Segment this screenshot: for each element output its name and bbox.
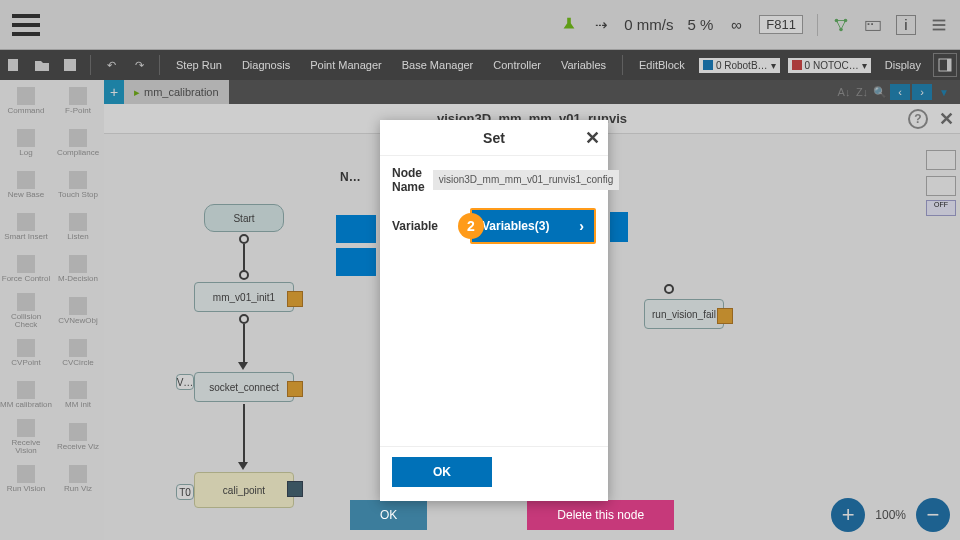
tool-touchstop[interactable]: Touch Stop bbox=[52, 164, 104, 206]
tool-cvpoint[interactable]: CVPoint bbox=[0, 332, 52, 374]
tool-fpoint[interactable]: F-Point bbox=[52, 80, 104, 122]
tool-cvcircle[interactable]: CVCircle bbox=[52, 332, 104, 374]
robot-selector[interactable]: 0 RobotB…▾ bbox=[699, 58, 780, 73]
tool-command[interactable]: Command bbox=[0, 80, 52, 122]
variable-highlight: 2 Variables(3) › bbox=[470, 208, 596, 244]
menu-controller[interactable]: Controller bbox=[483, 59, 551, 71]
node-run-vision-fail[interactable]: run_vision_fail bbox=[644, 299, 724, 329]
menu-base-manager[interactable]: Base Manager bbox=[392, 59, 484, 71]
node-name-row: Node Name vision3D_mm_mm_v01_runvis1_con… bbox=[392, 166, 596, 194]
tool-newbase[interactable]: New Base bbox=[0, 164, 52, 206]
node-socket-connect[interactable]: socket_connect bbox=[194, 372, 294, 402]
variables-button[interactable]: Variables(3) › bbox=[472, 210, 594, 242]
link-icon: ∞ bbox=[727, 16, 745, 34]
robot-status-icon bbox=[560, 16, 578, 34]
top-status-bar: ⇢ 0 mm/s 5 % ∞ F811 i bbox=[0, 0, 960, 50]
svg-rect-9 bbox=[8, 59, 18, 71]
tab-mm-calibration[interactable]: ▸mm_calibration bbox=[124, 80, 229, 104]
tool-forcecontrol[interactable]: Force Control bbox=[0, 248, 52, 290]
set-dialog: Set ✕ Node Name vision3D_mm_mm_v01_runvi… bbox=[380, 120, 608, 501]
set-ok-button[interactable]: OK bbox=[392, 457, 492, 487]
tool-compliance[interactable]: Compliance bbox=[52, 122, 104, 164]
svg-rect-5 bbox=[871, 23, 873, 25]
variable-row: Variable 2 Variables(3) › bbox=[392, 208, 596, 244]
fcode-box[interactable]: F811 bbox=[759, 15, 803, 34]
variable-label: Variable bbox=[392, 219, 462, 233]
svg-rect-3 bbox=[866, 21, 880, 30]
menu-display[interactable]: Display bbox=[875, 59, 931, 71]
redo-icon[interactable]: ↷ bbox=[127, 53, 151, 77]
node-socket-v: V… bbox=[176, 374, 194, 390]
tool-collision[interactable]: Collision Check bbox=[0, 290, 52, 332]
node-start[interactable]: Start bbox=[204, 204, 284, 232]
tool-mmcalibration[interactable]: MM calibration bbox=[0, 374, 52, 416]
menu-edit-block[interactable]: EditBlock bbox=[629, 59, 695, 71]
tool-runvision[interactable]: Run Vision bbox=[0, 458, 52, 500]
list-icon[interactable] bbox=[930, 16, 948, 34]
menu-step-run[interactable]: Step Run bbox=[166, 59, 232, 71]
add-tab-button[interactable]: + bbox=[104, 80, 124, 104]
svg-rect-8 bbox=[933, 28, 946, 30]
tab-dropdown[interactable]: ▼ bbox=[934, 84, 954, 100]
search-icon[interactable]: 🔍 bbox=[872, 84, 888, 100]
panel-icon[interactable] bbox=[933, 53, 957, 77]
tab-strip: + ▸mm_calibration A↓ Z↓ 🔍 ‹ › ▼ bbox=[104, 80, 960, 104]
step-badge-2: 2 bbox=[458, 213, 484, 239]
tool-smartinsert[interactable]: Smart Insert bbox=[0, 206, 52, 248]
outer-dialog-side-peek bbox=[610, 212, 628, 242]
tool-selector[interactable]: 0 NOTOC…▾ bbox=[788, 58, 871, 73]
tab-tools: A↓ Z↓ 🔍 ‹ › ▼ bbox=[836, 84, 960, 100]
sort-za-icon[interactable]: Z↓ bbox=[854, 84, 870, 100]
outer-dialog-btn-peek1 bbox=[336, 215, 376, 243]
outer-dialog-btn-peek2 bbox=[336, 248, 376, 276]
node-mm-init[interactable]: mm_v01_init1 bbox=[194, 282, 294, 312]
svg-rect-10 bbox=[64, 59, 76, 71]
close-dialog-icon[interactable]: ✕ bbox=[585, 127, 600, 149]
sort-az-icon[interactable]: A↓ bbox=[836, 84, 852, 100]
file-open-icon[interactable] bbox=[30, 53, 54, 77]
hamburger-icon[interactable] bbox=[12, 14, 40, 36]
file-new-icon[interactable] bbox=[2, 53, 26, 77]
menu-diagnosis[interactable]: Diagnosis bbox=[232, 59, 300, 71]
outer-ok-button[interactable]: OK bbox=[350, 500, 427, 530]
svg-rect-7 bbox=[933, 24, 946, 26]
menu-point-manager[interactable]: Point Manager bbox=[300, 59, 392, 71]
nav-prev-button[interactable]: ‹ bbox=[890, 84, 910, 100]
menu-bar: ↶ ↷ Step Run Diagnosis Point Manager Bas… bbox=[0, 50, 960, 80]
outer-dialog-label: N… bbox=[340, 170, 361, 184]
svg-rect-4 bbox=[868, 23, 870, 25]
node-cali-point[interactable]: cali_point bbox=[194, 472, 294, 508]
menu-variables[interactable]: Variables bbox=[551, 59, 616, 71]
file-save-icon[interactable] bbox=[58, 53, 82, 77]
tool-listen[interactable]: Listen bbox=[52, 206, 104, 248]
tool-runviz[interactable]: Run Viz bbox=[52, 458, 104, 500]
left-toolbox: CommandF-Point LogCompliance New BaseTou… bbox=[0, 80, 104, 540]
tool-cvnewobj[interactable]: CVNewObj bbox=[52, 290, 104, 332]
power-value: 5 % bbox=[688, 16, 714, 33]
zoom-out-button[interactable]: − bbox=[916, 498, 950, 532]
help-icon[interactable]: ? bbox=[908, 109, 928, 129]
close-flow-icon[interactable]: ✕ bbox=[939, 108, 954, 130]
undo-icon[interactable]: ↶ bbox=[99, 53, 123, 77]
info-icon[interactable]: i bbox=[896, 15, 916, 35]
outer-dialog-bottom-buttons: OK Delete this node bbox=[350, 500, 674, 530]
zoom-in-button[interactable]: + bbox=[831, 498, 865, 532]
node-cali-t0: T0 bbox=[176, 484, 194, 500]
topology-icon[interactable] bbox=[832, 16, 850, 34]
set-dialog-header: Set ✕ bbox=[380, 120, 608, 156]
tool-recvvision[interactable]: Receive Vision bbox=[0, 416, 52, 458]
tool-recvviz[interactable]: Receive Viz bbox=[52, 416, 104, 458]
tool-mminit[interactable]: MM init bbox=[52, 374, 104, 416]
speed-value: 0 mm/s bbox=[624, 16, 673, 33]
nav-next-button[interactable]: › bbox=[912, 84, 932, 100]
tool-log[interactable]: Log bbox=[0, 122, 52, 164]
delete-node-button[interactable]: Delete this node bbox=[527, 500, 674, 530]
zoom-control: + 100% − bbox=[831, 498, 950, 532]
keyboard-icon[interactable] bbox=[864, 16, 882, 34]
chevron-right-icon: › bbox=[579, 218, 584, 234]
speed-icon: ⇢ bbox=[592, 16, 610, 34]
node-name-value[interactable]: vision3D_mm_mm_v01_runvis1_config bbox=[433, 170, 620, 190]
svg-rect-12 bbox=[947, 59, 951, 71]
status-readout: ⇢ 0 mm/s 5 % ∞ F811 i bbox=[560, 14, 948, 36]
tool-mdecision[interactable]: M-Decision bbox=[52, 248, 104, 290]
